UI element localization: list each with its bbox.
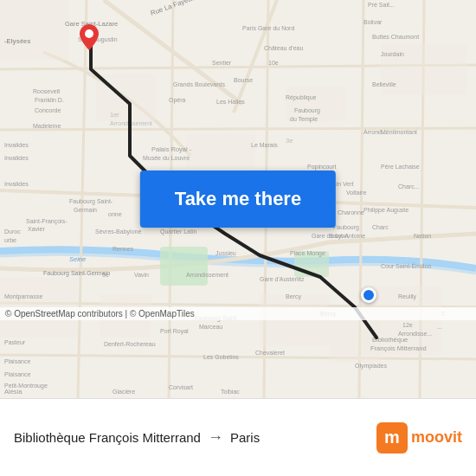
svg-text:Roosevelt: Roosevelt [33, 88, 60, 94]
svg-text:Pré Sait...: Pré Sait... [368, 2, 395, 8]
moovit-icon: m [376, 422, 408, 453]
svg-text:Buttes Chaumont: Buttes Chaumont [372, 34, 419, 40]
svg-text:5e: 5e [102, 272, 109, 278]
svg-text:Jussieu: Jussieu [215, 250, 236, 256]
svg-text:Jourdain: Jourdain [381, 51, 404, 57]
svg-rect-14 [95, 74, 156, 121]
moovit-logo: m moovit [376, 422, 462, 453]
svg-text:Chevaleret: Chevaleret [255, 350, 285, 356]
bottom-bar: Bibliothèque François Mitterrand → Paris… [0, 398, 476, 476]
svg-text:Charonne: Charonne [338, 209, 364, 215]
svg-text:Saint-François-: Saint-François- [26, 218, 68, 225]
map-attribution: © OpenStreetMap contributors | © OpenMap… [0, 307, 476, 320]
svg-text:Port Royal: Port Royal [160, 328, 189, 335]
svg-text:Invalides: Invalides [4, 181, 29, 187]
svg-text:Madeleine: Madeleine [33, 123, 61, 129]
svg-text:République: République [286, 94, 317, 101]
svg-text:Opéra: Opéra [169, 97, 186, 104]
arrow-icon: → [208, 428, 223, 447]
svg-text:Rennes: Rennes [113, 246, 134, 252]
svg-text:Invalides: Invalides [4, 155, 29, 161]
svg-text:Place Monge: Place Monge [290, 250, 325, 257]
svg-text:Belleville: Belleville [372, 81, 396, 87]
svg-text:Charc: Charc [372, 224, 389, 230]
svg-rect-10 [160, 247, 208, 286]
svg-text:Cour Saint-Émilion: Cour Saint-Émilion [381, 262, 431, 269]
svg-text:Plaisance: Plaisance [4, 358, 30, 364]
svg-text:Montparnasse: Montparnasse [4, 293, 42, 300]
svg-text:Faubourg Saint-Germain: Faubourg Saint-Germain [43, 270, 110, 277]
svg-rect-15 [186, 134, 255, 169]
origin-label: Bibliothèque François Mitterrand [14, 430, 201, 445]
svg-text:Tolbiac: Tolbiac [221, 389, 240, 395]
svg-text:Arrondissement: Arrondissement [186, 272, 228, 278]
origin-pin [80, 24, 99, 54]
svg-text:Les Gobelins: Les Gobelins [203, 354, 239, 360]
svg-text:Bolivar: Bolivar [363, 19, 383, 25]
svg-text:Seine: Seine [69, 255, 86, 263]
moovit-icon-letter: m [384, 428, 400, 447]
svg-text:Voltaire: Voltaire [346, 190, 366, 196]
svg-text:Denfert-Rochereau: Denfert-Rochereau [104, 341, 156, 347]
svg-text:Franklin D.: Franklin D. [35, 97, 64, 103]
svg-text:10e: 10e [268, 60, 279, 66]
svg-text:Philippe Auguste: Philippe Auguste [363, 207, 408, 214]
svg-text:Faubourg Saint-: Faubourg Saint- [69, 198, 113, 205]
svg-text:Glacière: Glacière [113, 389, 135, 395]
svg-text:Arrondisse...: Arrondisse... [398, 331, 432, 337]
svg-text:Sèvres-Babylone: Sèvres-Babylone [95, 228, 141, 235]
svg-text:Gare d'Austerlitz: Gare d'Austerlitz [260, 276, 305, 282]
destination-label: Paris [230, 430, 260, 445]
svg-text:Reuilly: Reuilly [398, 293, 417, 300]
svg-text:1er: 1er [110, 111, 119, 119]
svg-text:Duroc: Duroc [4, 228, 21, 235]
svg-text:onne: onne [108, 211, 122, 217]
svg-text:Père Lachaise: Père Lachaise [381, 164, 420, 170]
svg-text:Bibliothèque: Bibliothèque [372, 336, 408, 344]
svg-text:3e: 3e [286, 137, 293, 145]
svg-text:Le Marais: Le Marais [251, 142, 278, 148]
route-info: Bibliothèque François Mitterrand → Paris [14, 428, 376, 447]
destination-pin [361, 287, 376, 303]
svg-text:Marceau: Marceau [199, 324, 222, 330]
svg-text:Les Halles: Les Halles [216, 99, 245, 105]
svg-rect-20 [260, 294, 329, 346]
svg-text:Paris Gare du Nord: Paris Gare du Nord [242, 25, 294, 31]
svg-text:Plaisance: Plaisance [4, 371, 30, 377]
svg-text:urbe: urbe [4, 237, 16, 243]
svg-text:Bourse: Bourse [234, 77, 253, 83]
svg-text:Bercy: Bercy [286, 293, 301, 300]
svg-text:Arrondissement: Arrondissement [110, 120, 152, 126]
svg-text:Nation: Nation [414, 233, 431, 239]
svg-text:Faubourg: Faubourg [294, 107, 320, 114]
svg-text:Arrond...: Arrond... [363, 129, 387, 135]
svg-rect-13 [0, 0, 69, 61]
svg-text:...: ... [437, 324, 442, 330]
svg-point-116 [85, 29, 93, 38]
svg-text:Quartier Latin: Quartier Latin [160, 228, 197, 235]
svg-text:Vavin: Vavin [134, 272, 149, 278]
take-me-there-button[interactable]: Take me there [140, 170, 336, 228]
svg-text:Faubourg: Faubourg [333, 224, 359, 231]
svg-text:Charc...: Charc... [398, 183, 420, 190]
svg-text:Saint-Antoine: Saint-Antoine [329, 233, 365, 239]
svg-text:du Temple: du Temple [290, 116, 318, 123]
svg-text:Concorde: Concorde [35, 107, 61, 113]
svg-text:Olympiades: Olympiades [355, 363, 387, 370]
svg-text:Sentier: Sentier [212, 60, 232, 66]
svg-text:Grands Boulevards: Grands Boulevards [173, 81, 225, 87]
svg-text:Château d'eau: Château d'eau [264, 45, 303, 51]
svg-text:Palais Royal -: Palais Royal - [151, 145, 192, 153]
svg-text:-Elysées: -Elysées [4, 37, 30, 45]
svg-text:François Mitterrand: François Mitterrand [370, 344, 427, 352]
map-container: Rue La Fayette Rue de Rivoli Faubourg Sa… [0, 0, 476, 398]
svg-text:Corvisart: Corvisart [169, 384, 193, 390]
svg-text:12e: 12e [402, 322, 413, 328]
svg-text:Pasteur: Pasteur [4, 339, 26, 345]
moovit-label: moovit [411, 428, 462, 447]
svg-text:Musée du Louvre: Musée du Louvre [143, 155, 190, 161]
svg-text:Alésia: Alésia [4, 388, 23, 396]
svg-text:Germain: Germain [74, 207, 97, 213]
svg-text:Petit-Montrouge: Petit-Montrouge [4, 383, 48, 389]
svg-text:Invalides: Invalides [4, 142, 29, 148]
